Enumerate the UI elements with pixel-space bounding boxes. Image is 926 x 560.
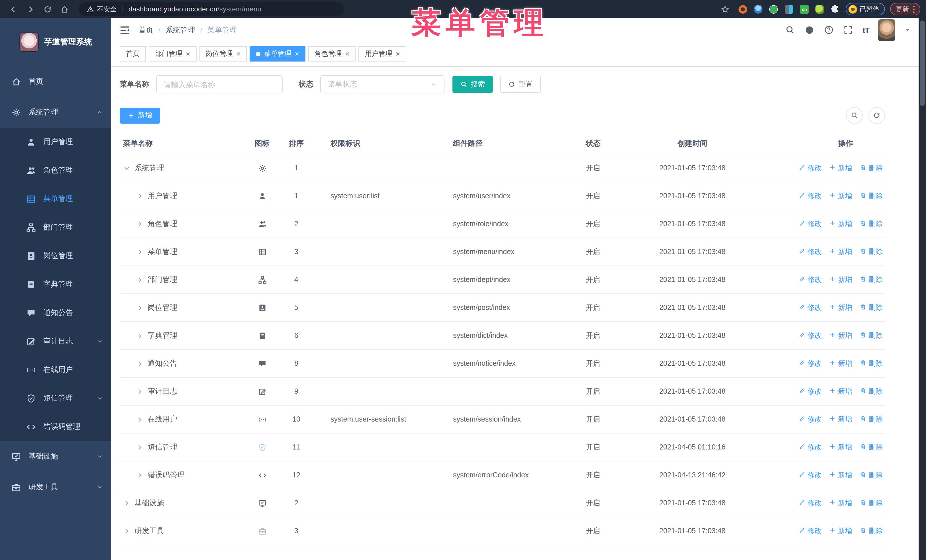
browser-forward-icon[interactable] [23,2,38,17]
column-header-排序[interactable]: 排序 [279,139,313,149]
caret-right-icon[interactable] [136,471,144,479]
extension-blue-icon[interactable] [753,4,763,14]
sidebar-item-在线用户[interactable]: 在线用户 [0,355,111,384]
sidebar-item-首页[interactable]: 首页 [0,66,111,97]
delete-button[interactable]: 删除 [859,275,883,285]
caret-right-icon[interactable] [136,248,144,255]
delete-button[interactable]: 删除 [859,303,883,312]
add-child-button[interactable]: 新增 [829,359,852,368]
search-button[interactable]: 搜索 [452,76,493,93]
text-size-icon[interactable]: tT [863,25,869,35]
sidebar-item-部门管理[interactable]: 部门管理 [0,213,111,242]
add-child-button[interactable]: 新增 [829,219,852,229]
add-child-button[interactable]: 新增 [829,331,852,340]
sidebar-item-字典管理[interactable]: 字典管理 [0,270,111,299]
sidebar-item-基础设施[interactable]: 基础设施 [0,441,111,472]
add-child-button[interactable]: 新增 [829,470,852,480]
sidebar-item-菜单管理[interactable]: 菜单管理 [0,184,111,213]
close-icon[interactable]: × [345,50,350,57]
edit-button[interactable]: 修改 [799,163,822,173]
edit-button[interactable]: 修改 [799,219,822,229]
github-icon[interactable] [805,25,815,35]
browser-home-icon[interactable] [57,2,72,17]
add-child-button[interactable]: 新增 [829,526,852,536]
column-header-组件路径[interactable]: 组件路径 [436,139,570,149]
close-icon[interactable]: × [236,50,241,57]
column-header-图标[interactable]: 图标 [245,139,279,149]
status-select[interactable]: 菜单状态 [320,75,445,94]
column-header-菜单名称[interactable]: 菜单名称 [120,139,245,149]
sidebar-item-用户管理[interactable]: 用户管理 [0,128,111,156]
fullscreen-icon[interactable] [843,25,853,35]
delete-button[interactable]: 删除 [859,470,883,480]
edit-button[interactable]: 修改 [799,414,822,424]
add-child-button[interactable]: 新增 [829,191,852,201]
edit-button[interactable]: 修改 [799,331,822,340]
add-child-button[interactable]: 新增 [829,163,852,173]
sidebar-item-通知公告[interactable]: 通知公告 [0,299,111,327]
breadcrumb-item[interactable]: 系统管理 [165,25,195,35]
caret-right-icon[interactable] [136,192,144,200]
extension-on-badge-icon[interactable]: on [799,4,809,14]
close-icon[interactable]: × [295,50,299,57]
delete-button[interactable]: 删除 [859,359,883,368]
address-bar[interactable]: 不安全 dashboard.yudao.iocoder.cn/system/me… [79,2,344,16]
add-child-button[interactable]: 新增 [829,386,852,396]
help-icon[interactable] [824,25,834,35]
delete-button[interactable]: 删除 [859,163,883,173]
reset-button[interactable]: 重置 [500,76,541,93]
edit-button[interactable]: 修改 [799,386,822,396]
edit-button[interactable]: 修改 [799,303,822,312]
column-header-权限标识[interactable]: 权限标识 [313,139,436,149]
caret-right-icon[interactable] [136,220,144,228]
add-child-button[interactable]: 新增 [829,303,852,312]
delete-button[interactable]: 删除 [859,219,883,229]
tag-角色管理[interactable]: 角色管理 × [308,46,356,62]
delete-button[interactable]: 删除 [859,331,883,340]
not-secure-badge[interactable]: 不安全 [86,5,117,14]
caret-right-icon[interactable] [136,360,144,367]
tag-首页[interactable]: 首页 [120,46,146,62]
caret-right-icon[interactable] [136,415,144,423]
menu-name-input[interactable] [156,75,283,94]
scrollbar-thumb[interactable] [920,21,925,106]
caret-right-icon[interactable] [123,527,130,535]
tag-部门管理[interactable]: 部门管理 × [149,46,196,62]
caret-right-icon[interactable] [136,444,144,451]
delete-button[interactable]: 删除 [859,498,883,508]
column-header-状态[interactable]: 状态 [570,139,635,149]
column-header-创建时间[interactable]: 创建时间 [635,139,749,149]
tag-用户管理[interactable]: 用户管理 × [359,46,406,62]
edit-button[interactable]: 修改 [799,442,822,452]
delete-button[interactable]: 删除 [859,247,883,257]
edit-button[interactable]: 修改 [799,498,822,508]
profile-paused-badge[interactable]: 已暂停 [845,3,885,15]
extension-orange-icon[interactable] [738,4,748,14]
add-child-button[interactable]: 新增 [829,442,852,452]
caret-right-icon[interactable] [136,304,144,311]
sidebar-item-研发工具[interactable]: 研发工具 [0,472,111,503]
extension-puzzle-icon[interactable] [830,4,840,14]
caret-right-icon[interactable] [136,276,144,284]
caret-down-icon[interactable] [123,165,130,172]
tag-菜单管理[interactable]: 菜单管理 × [250,46,305,62]
delete-button[interactable]: 删除 [859,386,883,396]
column-header-操作[interactable]: 操作 [749,139,885,149]
breadcrumb-item[interactable]: 菜单管理 [207,25,237,35]
close-icon[interactable]: × [396,50,400,57]
extension-tiles-icon[interactable] [784,4,794,14]
caret-right-icon[interactable] [123,499,130,507]
browser-back-icon[interactable] [6,2,21,17]
sidebar-item-短信管理[interactable]: 短信管理 [0,384,111,412]
sidebar-toggle-icon[interactable] [119,24,130,36]
browser-update-button[interactable]: 更新 [890,3,920,15]
tag-岗位管理[interactable]: 岗位管理 × [199,46,247,62]
breadcrumb-item[interactable]: 首页 [138,25,153,35]
edit-button[interactable]: 修改 [799,275,822,285]
delete-button[interactable]: 删除 [859,526,883,536]
delete-button[interactable]: 删除 [859,414,883,424]
sidebar-item-岗位管理[interactable]: 岗位管理 [0,242,111,270]
delete-button[interactable]: 删除 [859,442,883,452]
add-child-button[interactable]: 新增 [829,247,852,257]
add-child-button[interactable]: 新增 [829,414,852,424]
